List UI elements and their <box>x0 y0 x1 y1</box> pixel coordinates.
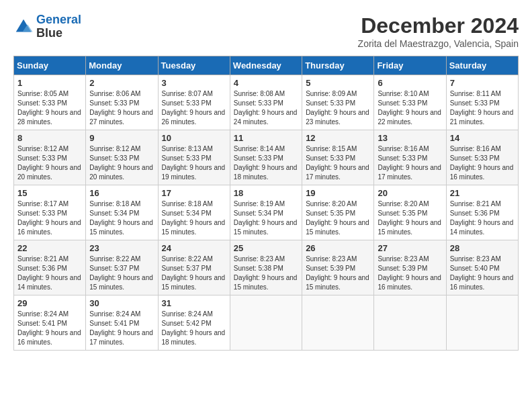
day-number: 4 <box>234 78 298 88</box>
day-info: Sunrise: 8:12 AMSunset: 5:33 PMDaylight:… <box>89 144 154 182</box>
day-number: 22 <box>17 243 82 253</box>
day-number: 9 <box>89 133 154 143</box>
day-info: Sunrise: 8:11 AMSunset: 5:33 PMDaylight:… <box>450 89 515 127</box>
day-number: 18 <box>234 188 298 198</box>
calendar-cell: 21Sunrise: 8:21 AMSunset: 5:36 PMDayligh… <box>446 185 518 240</box>
calendar-cell: 17Sunrise: 8:18 AMSunset: 5:34 PMDayligh… <box>158 185 230 240</box>
day-number: 26 <box>306 243 370 253</box>
calendar-cell: 16Sunrise: 8:18 AMSunset: 5:34 PMDayligh… <box>86 185 158 240</box>
day-number: 21 <box>450 188 515 198</box>
calendar-week-row: 8Sunrise: 8:12 AMSunset: 5:33 PMDaylight… <box>14 130 519 185</box>
day-info: Sunrise: 8:24 AMSunset: 5:41 PMDaylight:… <box>89 310 154 347</box>
day-number: 10 <box>162 133 226 143</box>
day-number: 16 <box>89 188 154 198</box>
day-info: Sunrise: 8:20 AMSunset: 5:35 PMDaylight:… <box>306 199 370 237</box>
day-info: Sunrise: 8:06 AMSunset: 5:33 PMDaylight:… <box>89 89 154 127</box>
day-number: 13 <box>378 133 442 143</box>
day-info: Sunrise: 8:23 AMSunset: 5:39 PMDaylight:… <box>306 255 370 292</box>
calendar-cell: 31Sunrise: 8:24 AMSunset: 5:42 PMDayligh… <box>158 295 230 351</box>
day-info: Sunrise: 8:23 AMSunset: 5:38 PMDaylight:… <box>234 255 298 292</box>
day-number: 5 <box>306 78 370 88</box>
day-number: 17 <box>162 188 226 198</box>
calendar-cell <box>374 295 446 351</box>
calendar-cell: 28Sunrise: 8:23 AMSunset: 5:40 PMDayligh… <box>446 240 518 295</box>
day-number: 15 <box>17 188 82 198</box>
day-info: Sunrise: 8:24 AMSunset: 5:41 PMDaylight:… <box>17 310 82 347</box>
calendar-cell <box>230 295 302 351</box>
day-number: 31 <box>162 298 226 308</box>
calendar-cell: 9Sunrise: 8:12 AMSunset: 5:33 PMDaylight… <box>86 130 158 185</box>
calendar-cell: 6Sunrise: 8:10 AMSunset: 5:33 PMDaylight… <box>374 75 446 130</box>
day-info: Sunrise: 8:16 AMSunset: 5:33 PMDaylight:… <box>378 144 442 182</box>
logo-text: General Blue <box>36 13 81 40</box>
calendar-cell: 22Sunrise: 8:21 AMSunset: 5:36 PMDayligh… <box>14 240 86 295</box>
day-number: 8 <box>17 133 82 143</box>
calendar-body: 1Sunrise: 8:05 AMSunset: 5:33 PMDaylight… <box>14 75 519 351</box>
day-info: Sunrise: 8:18 AMSunset: 5:34 PMDaylight:… <box>162 199 226 237</box>
calendar-cell: 19Sunrise: 8:20 AMSunset: 5:35 PMDayligh… <box>302 185 374 240</box>
weekday-header: Friday <box>374 56 446 75</box>
day-number: 3 <box>162 78 226 88</box>
day-number: 11 <box>234 133 298 143</box>
day-number: 20 <box>378 188 442 198</box>
calendar-week-row: 1Sunrise: 8:05 AMSunset: 5:33 PMDaylight… <box>14 75 519 130</box>
calendar-week-row: 29Sunrise: 8:24 AMSunset: 5:41 PMDayligh… <box>14 295 519 351</box>
day-number: 6 <box>378 78 442 88</box>
day-info: Sunrise: 8:21 AMSunset: 5:36 PMDaylight:… <box>17 255 82 292</box>
calendar-week-row: 15Sunrise: 8:17 AMSunset: 5:33 PMDayligh… <box>14 185 519 240</box>
day-number: 14 <box>450 133 515 143</box>
day-info: Sunrise: 8:12 AMSunset: 5:33 PMDaylight:… <box>17 144 82 182</box>
calendar-cell: 14Sunrise: 8:16 AMSunset: 5:33 PMDayligh… <box>446 130 518 185</box>
calendar-cell: 3Sunrise: 8:07 AMSunset: 5:33 PMDaylight… <box>158 75 230 130</box>
calendar-cell: 12Sunrise: 8:15 AMSunset: 5:33 PMDayligh… <box>302 130 374 185</box>
weekday-header: Thursday <box>302 56 374 75</box>
day-info: Sunrise: 8:18 AMSunset: 5:34 PMDaylight:… <box>89 199 154 237</box>
calendar-week-row: 22Sunrise: 8:21 AMSunset: 5:36 PMDayligh… <box>14 240 519 295</box>
logo-icon <box>13 17 34 37</box>
day-info: Sunrise: 8:24 AMSunset: 5:42 PMDaylight:… <box>162 310 226 347</box>
calendar-cell: 4Sunrise: 8:08 AMSunset: 5:33 PMDaylight… <box>230 75 302 130</box>
day-info: Sunrise: 8:10 AMSunset: 5:33 PMDaylight:… <box>378 89 442 127</box>
calendar-cell: 23Sunrise: 8:22 AMSunset: 5:37 PMDayligh… <box>86 240 158 295</box>
day-info: Sunrise: 8:14 AMSunset: 5:33 PMDaylight:… <box>234 144 298 182</box>
day-number: 30 <box>89 298 154 308</box>
day-number: 28 <box>450 243 515 253</box>
calendar-cell: 24Sunrise: 8:22 AMSunset: 5:37 PMDayligh… <box>158 240 230 295</box>
day-info: Sunrise: 8:21 AMSunset: 5:36 PMDaylight:… <box>450 199 515 237</box>
day-number: 1 <box>17 78 82 88</box>
day-info: Sunrise: 8:23 AMSunset: 5:40 PMDaylight:… <box>450 255 515 292</box>
day-number: 23 <box>89 243 154 253</box>
day-info: Sunrise: 8:09 AMSunset: 5:33 PMDaylight:… <box>306 89 370 127</box>
weekday-header: Sunday <box>14 56 86 75</box>
page-header: General Blue December 2024 Zorita del Ma… <box>13 13 519 49</box>
day-number: 29 <box>17 298 82 308</box>
weekday-header-row: SundayMondayTuesdayWednesdayThursdayFrid… <box>14 56 519 75</box>
day-info: Sunrise: 8:07 AMSunset: 5:33 PMDaylight:… <box>162 89 226 127</box>
calendar-cell <box>302 295 374 351</box>
calendar-cell: 27Sunrise: 8:23 AMSunset: 5:39 PMDayligh… <box>374 240 446 295</box>
weekday-header: Monday <box>86 56 158 75</box>
day-number: 2 <box>89 78 154 88</box>
calendar-cell: 11Sunrise: 8:14 AMSunset: 5:33 PMDayligh… <box>230 130 302 185</box>
calendar-cell: 20Sunrise: 8:20 AMSunset: 5:35 PMDayligh… <box>374 185 446 240</box>
calendar-cell: 5Sunrise: 8:09 AMSunset: 5:33 PMDaylight… <box>302 75 374 130</box>
day-number: 12 <box>306 133 370 143</box>
calendar-cell: 8Sunrise: 8:12 AMSunset: 5:33 PMDaylight… <box>14 130 86 185</box>
month-title: December 2024 <box>358 13 519 38</box>
day-info: Sunrise: 8:05 AMSunset: 5:33 PMDaylight:… <box>17 89 82 127</box>
day-info: Sunrise: 8:17 AMSunset: 5:33 PMDaylight:… <box>17 199 82 237</box>
day-number: 19 <box>306 188 370 198</box>
calendar-cell: 10Sunrise: 8:13 AMSunset: 5:33 PMDayligh… <box>158 130 230 185</box>
calendar-cell: 1Sunrise: 8:05 AMSunset: 5:33 PMDaylight… <box>14 75 86 130</box>
day-info: Sunrise: 8:08 AMSunset: 5:33 PMDaylight:… <box>234 89 298 127</box>
day-info: Sunrise: 8:19 AMSunset: 5:34 PMDaylight:… <box>234 199 298 237</box>
day-number: 7 <box>450 78 515 88</box>
weekday-header: Wednesday <box>230 56 302 75</box>
location: Zorita del Maestrazgo, Valencia, Spain <box>358 38 519 49</box>
calendar-cell: 2Sunrise: 8:06 AMSunset: 5:33 PMDaylight… <box>86 75 158 130</box>
day-info: Sunrise: 8:13 AMSunset: 5:33 PMDaylight:… <box>162 144 226 182</box>
weekday-header: Tuesday <box>158 56 230 75</box>
day-info: Sunrise: 8:20 AMSunset: 5:35 PMDaylight:… <box>378 199 442 237</box>
title-block: December 2024 Zorita del Maestrazgo, Val… <box>358 13 519 49</box>
day-number: 25 <box>234 243 298 253</box>
